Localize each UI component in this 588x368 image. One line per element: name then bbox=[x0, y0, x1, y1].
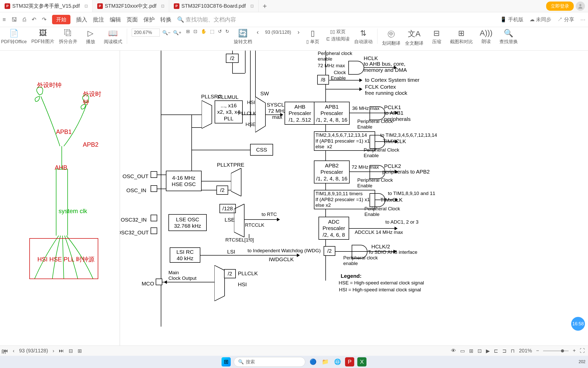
start-icon[interactable]: ⊞ bbox=[222, 357, 231, 366]
status-left: 朗 bbox=[2, 349, 6, 355]
fit-icon[interactable]: ⊞ bbox=[78, 348, 82, 354]
page-status[interactable]: 93 (93/1128) bbox=[19, 348, 48, 354]
convert-tab[interactable]: 转换 bbox=[160, 16, 172, 24]
view-icon[interactable]: ⊞ bbox=[469, 348, 473, 354]
view-icon[interactable]: ⊓ bbox=[511, 348, 515, 354]
legend-hse: HSE = High-speed external clock signal bbox=[339, 280, 424, 286]
taskbar-date[interactable]: 202 bbox=[579, 360, 585, 364]
zoom-out-icon[interactable]: − bbox=[536, 348, 539, 354]
explorer-icon[interactable]: 📁 bbox=[321, 357, 330, 366]
full-translate[interactable]: 文A全文翻译 bbox=[405, 29, 423, 46]
close-icon[interactable]: ⊡ bbox=[250, 4, 254, 8]
view-icon[interactable]: ▭ bbox=[460, 348, 465, 354]
auto-scroll[interactable]: ⇅自动滚动 bbox=[354, 29, 373, 45]
rotate-cw-icon[interactable]: ↻ bbox=[225, 29, 229, 34]
mobile-button[interactable]: 📱 手机版 bbox=[500, 16, 523, 23]
play-button[interactable]: ▷播放 bbox=[82, 29, 99, 45]
view-icon[interactable]: ⊐ bbox=[502, 348, 507, 354]
insert-tab[interactable]: 插入 bbox=[76, 16, 87, 24]
page-tab[interactable]: 页面 bbox=[127, 16, 138, 24]
rotate-ccw-icon[interactable]: ↺ bbox=[218, 29, 222, 34]
view-icon[interactable]: ▶ bbox=[486, 348, 490, 354]
split-merge[interactable]: ⿻拆分合并 bbox=[59, 29, 77, 44]
pdf-to-office[interactable]: 📄PDF转Office bbox=[1, 29, 27, 45]
save-icon[interactable]: 🖫 bbox=[11, 16, 17, 23]
taskbar: ⊞ 🔍 搜索 🔵 📁 🌐 P X 202 bbox=[0, 356, 588, 368]
read-mode[interactable]: 📖阅读模式 bbox=[104, 29, 122, 45]
pdf-to-image[interactable]: 🖼PDF转图片 bbox=[31, 29, 54, 44]
tab-label: STM32F10xxx中文.pdf bbox=[105, 3, 156, 9]
prev-page-icon[interactable]: ‹ bbox=[257, 29, 259, 36]
task-icon[interactable]: 🔵 bbox=[308, 357, 317, 366]
prev-page-icon[interactable]: ‹ bbox=[13, 348, 15, 354]
compare[interactable]: ⊞截图和对比 bbox=[450, 29, 473, 45]
svg-marker-2 bbox=[255, 97, 265, 132]
print-icon[interactable]: ⎙ bbox=[23, 16, 26, 23]
rotate-doc[interactable]: 🔄旋转文档 bbox=[234, 29, 252, 45]
zoom-status[interactable]: 201% bbox=[519, 348, 532, 354]
hand-icon[interactable]: ✋ bbox=[201, 29, 206, 34]
view-icon[interactable]: ⊡ bbox=[477, 348, 482, 354]
edge-icon[interactable]: 🌐 bbox=[333, 357, 342, 366]
fullscreen-icon[interactable]: ⛶ bbox=[580, 348, 585, 354]
next-page-icon[interactable]: › bbox=[53, 348, 54, 354]
protect-tab[interactable]: 保护 bbox=[143, 16, 155, 24]
tab-3[interactable]: PSTM32F103C8T6-Board.pdf⊡ bbox=[169, 0, 259, 12]
zoom-out-icon[interactable]: 🔍− bbox=[162, 30, 171, 36]
text-cursor bbox=[249, 234, 249, 240]
timxclk1: TIMXCLK bbox=[383, 138, 406, 144]
annotate-tab[interactable]: 批注 bbox=[93, 16, 104, 24]
view-icon[interactable]: ⊏ bbox=[494, 348, 498, 354]
wps-icon[interactable]: P bbox=[345, 357, 354, 366]
more-icon[interactable]: ⋯ bbox=[580, 17, 585, 23]
pce1: Peripheral ClockEnable bbox=[357, 119, 393, 130]
to-rtc: to RTC bbox=[262, 212, 277, 217]
undo-icon[interactable]: ↶ bbox=[32, 16, 36, 23]
pdf-page[interactable]: /2 PLLSRC PLLMUL ..., x16x2, x3, x4PLL S… bbox=[120, 51, 588, 346]
lsi-rc: LSI RC40 kHz bbox=[170, 247, 200, 263]
next-page-icon[interactable]: › bbox=[298, 29, 300, 36]
fit-icon[interactable]: ⊡ bbox=[193, 29, 197, 34]
tab-1[interactable]: PSTM32英文参考手册_V15.pdf⊡ bbox=[0, 0, 93, 12]
redo-icon[interactable]: ↷ bbox=[42, 16, 46, 23]
app-icon[interactable]: X bbox=[357, 357, 366, 366]
select-icon[interactable]: ⬚ bbox=[210, 29, 214, 34]
close-icon[interactable]: ⊡ bbox=[84, 4, 88, 8]
eye-icon[interactable]: 👁 bbox=[451, 348, 456, 354]
fit-icon[interactable]: ⊞ bbox=[186, 29, 190, 34]
adc-to: to ADC1, 2 or 3 bbox=[385, 219, 419, 225]
new-tab-button[interactable]: + bbox=[259, 2, 271, 10]
compress[interactable]: ⊟压缩 bbox=[428, 29, 445, 45]
pdf-icon: P bbox=[97, 3, 103, 9]
word-translate[interactable]: ㊥划词翻译 bbox=[382, 29, 400, 46]
zoom-slider[interactable] bbox=[543, 350, 569, 351]
avatar-icon[interactable] bbox=[576, 2, 585, 11]
search-box[interactable]: 🔍 查找功能、文档内容 bbox=[177, 16, 236, 24]
svg-marker-4 bbox=[234, 204, 244, 237]
div2-box: /2 bbox=[226, 54, 239, 63]
osc-out: OSC_OUT bbox=[122, 173, 149, 179]
last-page-icon[interactable]: ⏭ bbox=[59, 348, 64, 354]
single-page[interactable]: ▯▯ 单页 bbox=[304, 29, 322, 45]
svg-point-0 bbox=[579, 4, 581, 6]
zoom-input[interactable]: 200.67% bbox=[132, 29, 160, 37]
menu-icon[interactable]: ≡ bbox=[3, 16, 6, 23]
div2-hclk: /2 bbox=[324, 246, 335, 256]
zoom-in-icon[interactable]: 🔍+ bbox=[173, 30, 181, 36]
zoom-in-icon[interactable]: + bbox=[573, 348, 576, 354]
legend: Legend: bbox=[341, 273, 362, 279]
login-button[interactable]: 立即登录 bbox=[546, 2, 574, 11]
fit-icon[interactable]: ⊟ bbox=[69, 348, 73, 354]
double-page[interactable]: ▯▯ 双页⊏ 连续阅读 bbox=[326, 29, 350, 42]
share-button[interactable]: ↗ 分享 bbox=[557, 16, 574, 23]
speak[interactable]: A)))朗读 bbox=[477, 29, 495, 44]
close-icon[interactable]: ⊡ bbox=[161, 4, 164, 8]
find-replace[interactable]: 🔍查找替换 bbox=[499, 29, 518, 45]
page-indicator[interactable]: 93 (93/1128) bbox=[260, 30, 296, 35]
tab-2[interactable]: PSTM32F10xxx中文.pdf⊡ bbox=[93, 0, 169, 12]
sync-button[interactable]: ☁ 未同步 bbox=[530, 16, 552, 23]
start-tab[interactable]: 开始 bbox=[52, 15, 70, 24]
taskbar-search[interactable]: 🔍 搜索 bbox=[234, 357, 305, 367]
floating-clock[interactable]: 16:58 bbox=[571, 317, 585, 331]
edit-tab[interactable]: 编辑 bbox=[110, 16, 121, 24]
